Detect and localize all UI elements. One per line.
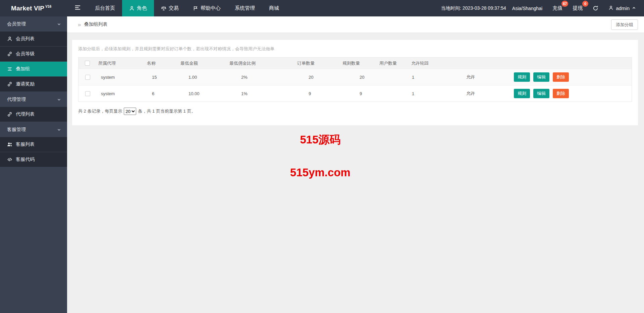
row-checkbox[interactable] bbox=[85, 91, 90, 96]
link-icon bbox=[7, 81, 12, 87]
table-header-cell: 最低佣金比例 bbox=[229, 60, 297, 66]
chevron-up-icon bbox=[632, 5, 636, 11]
brand-name: Market VIP bbox=[11, 5, 44, 12]
sidebar-item[interactable]: 邀请奖励 bbox=[0, 77, 67, 91]
edit-button[interactable]: 编辑 bbox=[533, 89, 549, 98]
sidebar-item[interactable]: 客服列表 bbox=[0, 137, 67, 152]
top-nav-item-label: 帮助中心 bbox=[201, 5, 221, 11]
edit-button[interactable]: 编辑 bbox=[533, 72, 549, 82]
username: admin bbox=[616, 5, 630, 11]
add-group-button[interactable]: 添加分组 bbox=[611, 19, 638, 30]
breadcrumb-bar: » 叠加组列表 添加分组 bbox=[67, 16, 644, 33]
cell-recycle: 允许 bbox=[466, 74, 514, 80]
rule-button[interactable]: 规则 bbox=[514, 89, 530, 98]
cell-min-commission: 1% bbox=[241, 91, 309, 96]
top-navbar: Market VIP V16 后台首页角色交易帮助中心系统管理商城 当地时间: … bbox=[0, 0, 644, 16]
list-icon bbox=[7, 66, 12, 72]
sidebar-item[interactable]: 会员等级 bbox=[0, 47, 67, 61]
people-icon bbox=[7, 142, 12, 147]
delete-button[interactable]: 删除 bbox=[553, 89, 569, 98]
cell-orders: 20 bbox=[309, 75, 360, 80]
sidebar-group-label: 客服管理 bbox=[7, 127, 26, 133]
sidebar-group-header[interactable]: 代理管理 bbox=[0, 92, 67, 107]
pagination-prefix: 共 2 条记录，每页显示 bbox=[78, 108, 122, 114]
sidebar-item-label: 叠加组 bbox=[16, 66, 30, 72]
top-nav-item-label: 后台首页 bbox=[95, 5, 115, 11]
refresh-icon bbox=[593, 5, 598, 11]
sidebar-group-header[interactable]: 客服管理 bbox=[0, 122, 67, 137]
recharge-label: 充值 bbox=[552, 5, 562, 11]
local-time-label: 当地时间: 2023-03-28 09:37:54 bbox=[441, 5, 506, 11]
flag-icon bbox=[193, 6, 198, 11]
chevron-down-icon bbox=[57, 128, 61, 132]
withdraw-label: 提现 bbox=[573, 5, 583, 11]
row-checkbox-cell bbox=[78, 91, 101, 96]
brand-logo[interactable]: Market VIP V16 bbox=[0, 0, 67, 16]
link-icon bbox=[7, 112, 12, 117]
cell-rules: 9 bbox=[360, 91, 412, 96]
top-nav-item[interactable]: 后台首页 bbox=[88, 0, 122, 16]
top-nav-item[interactable]: 系统管理 bbox=[228, 0, 262, 16]
sidebar-item[interactable]: 会员列表 bbox=[0, 32, 67, 46]
watermark-line2: 515ym.com bbox=[290, 166, 351, 179]
menu-toggle-button[interactable] bbox=[67, 0, 88, 16]
top-nav-item[interactable]: 交易 bbox=[154, 0, 186, 16]
recharge-link[interactable]: 充值 87 bbox=[552, 5, 562, 11]
withdraw-link[interactable]: 提现 0 bbox=[573, 5, 583, 11]
pagination: 共 2 条记录，每页显示 20 条，共 1 页当前显示第 1 页。 bbox=[78, 108, 632, 115]
row-actions: 规则编辑删除 bbox=[514, 72, 632, 82]
user-menu[interactable]: admin bbox=[608, 5, 636, 11]
table-body: system151.002%20201允许规则编辑删除system610.001… bbox=[78, 69, 632, 102]
sidebar-item-label: 代理列表 bbox=[16, 111, 35, 117]
rule-button[interactable]: 规则 bbox=[514, 72, 530, 82]
page-title: 叠加组列表 bbox=[84, 21, 107, 27]
withdraw-badge: 0 bbox=[582, 1, 588, 7]
select-all-checkbox[interactable] bbox=[85, 61, 90, 66]
hamburger-icon bbox=[74, 5, 81, 11]
pagination-suffix: 条，共 1 页当前显示第 1 页。 bbox=[138, 108, 196, 114]
chevron-down-icon bbox=[57, 22, 61, 26]
sidebar-group-header[interactable]: 会员管理 bbox=[0, 16, 67, 32]
row-checkbox-cell bbox=[78, 75, 101, 80]
data-table: 所属代理名称最低金额最低佣金比例订单数量规则数量用户数量允许轮回 system1… bbox=[78, 57, 632, 102]
top-nav-item[interactable]: 商城 bbox=[262, 0, 286, 16]
table-header-cell: 允许轮回 bbox=[411, 60, 632, 66]
row-actions: 规则编辑删除 bbox=[514, 89, 632, 98]
top-nav-item-label: 系统管理 bbox=[235, 5, 255, 11]
sidebar-item[interactable]: 叠加组 bbox=[0, 62, 67, 76]
top-nav-item[interactable]: 帮助中心 bbox=[186, 0, 228, 16]
brand-version: V16 bbox=[45, 5, 51, 8]
table-header-cell: 用户数量 bbox=[379, 60, 411, 66]
sidebar-group-label: 代理管理 bbox=[7, 97, 26, 103]
page-size-select[interactable]: 20 bbox=[124, 108, 136, 115]
person-icon bbox=[129, 6, 135, 11]
sidebar-item-label: 会员等级 bbox=[16, 51, 35, 57]
row-checkbox[interactable] bbox=[85, 75, 90, 80]
sidebar-item[interactable]: 代理列表 bbox=[0, 107, 67, 122]
person-icon bbox=[7, 36, 12, 42]
cell-agent: system bbox=[101, 91, 152, 96]
select-all-cell bbox=[78, 61, 98, 66]
table-header-cell: 规则数量 bbox=[342, 60, 379, 66]
table-header-cell: 最低金额 bbox=[180, 60, 229, 66]
content-card: 添加分组后，必须添加规则，并且规则需要对应好订单个数，若出现不对称情况，会导致用… bbox=[72, 40, 638, 125]
sidebar: 会员管理会员列表会员等级叠加组邀请奖励代理管理代理列表客服管理客服列表客服代码 bbox=[0, 16, 67, 313]
top-right-area: 当地时间: 2023-03-28 09:37:54 Asia/Shanghai … bbox=[441, 0, 644, 16]
cell-min-commission: 2% bbox=[241, 75, 309, 80]
top-nav-item[interactable]: 角色 bbox=[122, 0, 154, 16]
timezone-label: Asia/Shanghai bbox=[512, 6, 542, 11]
sidebar-item-label: 客服代码 bbox=[16, 156, 35, 163]
sidebar-group-label: 会员管理 bbox=[7, 21, 26, 27]
cell-name: 15 bbox=[152, 75, 189, 80]
cell-orders: 9 bbox=[309, 91, 360, 96]
sidebar-item-label: 客服列表 bbox=[16, 141, 35, 147]
breadcrumb-icon: » bbox=[78, 22, 81, 27]
cell-rules: 20 bbox=[360, 75, 412, 80]
link-icon bbox=[7, 51, 12, 57]
refresh-button[interactable] bbox=[593, 5, 598, 11]
sidebar-item[interactable]: 客服代码 bbox=[0, 152, 67, 167]
table-header-row: 所属代理名称最低金额最低佣金比例订单数量规则数量用户数量允许轮回 bbox=[78, 58, 632, 69]
delete-button[interactable]: 删除 bbox=[553, 72, 569, 82]
chevron-down-icon bbox=[57, 98, 61, 102]
sidebar-item-label: 会员列表 bbox=[16, 36, 35, 42]
